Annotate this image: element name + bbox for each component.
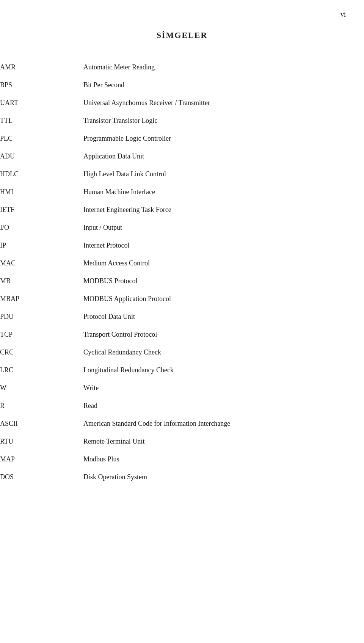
list-item: UARTUniversal Asynchorous Receiver / Tra… — [0, 94, 364, 112]
acronym-definition: Disk Operation System — [83, 468, 364, 486]
acronym-abbreviation: DOS — [0, 468, 83, 486]
acronym-abbreviation: MBAP — [0, 290, 83, 308]
list-item: MBAPMODBUS Application Protocol — [0, 290, 364, 308]
acronym-abbreviation: TCP — [0, 326, 83, 343]
list-item: MAPModbus Plus — [0, 450, 364, 468]
list-item: I/OInput / Output — [0, 219, 364, 237]
list-item: HMIHuman Machine Interface — [0, 183, 364, 201]
acronym-definition: Bit Per Second — [83, 76, 364, 94]
acronym-definition: Human Machine Interface — [83, 183, 364, 201]
acronym-definition: Medium Access Control — [83, 254, 364, 272]
acronym-abbreviation: TTL — [0, 112, 83, 130]
list-item: WWrite — [0, 379, 364, 397]
acronym-abbreviation: HMI — [0, 183, 83, 201]
acronym-definition: Protocol Data Unit — [83, 308, 364, 326]
acronym-definition: Programmable Logic Controller — [83, 130, 364, 147]
acronym-abbreviation: RTU — [0, 433, 83, 450]
acronym-definition: Write — [83, 379, 364, 397]
acronym-definition: American Standard Code for Information I… — [83, 415, 364, 433]
acronym-abbreviation: IETF — [0, 201, 83, 219]
acronym-abbreviation: PDU — [0, 308, 83, 326]
acronym-abbreviation: ASCII — [0, 415, 83, 433]
acronym-definition: Transport Control Protocol — [83, 326, 364, 343]
list-item: TCPTransport Control Protocol — [0, 326, 364, 343]
list-item: IPInternet Protocol — [0, 237, 364, 254]
list-item: DOSDisk Operation System — [0, 468, 364, 486]
acronym-abbreviation: UART — [0, 94, 83, 112]
list-item: ASCIIAmerican Standard Code for Informat… — [0, 415, 364, 433]
list-item: TTLTransistor Transistor Logic — [0, 112, 364, 130]
acronym-abbreviation: ADU — [0, 147, 83, 165]
list-item: PLCProgrammable Logic Controller — [0, 130, 364, 147]
list-item: ADUApplication Data Unit — [0, 147, 364, 165]
acronym-table: AMRAutomatic Meter ReadingBPSBit Per Sec… — [0, 58, 364, 486]
acronym-abbreviation: AMR — [0, 58, 83, 76]
acronym-definition: Remote Terminal Unit — [83, 433, 364, 450]
acronym-abbreviation: MAC — [0, 254, 83, 272]
acronym-definition: Application Data Unit — [83, 147, 364, 165]
list-item: MBMODBUS Protocol — [0, 272, 364, 290]
list-item: AMRAutomatic Meter Reading — [0, 58, 364, 76]
acronym-abbreviation: R — [0, 397, 83, 415]
list-item: PDUProtocol Data Unit — [0, 308, 364, 326]
acronym-definition: Transistor Transistor Logic — [83, 112, 364, 130]
acronym-definition: Read — [83, 397, 364, 415]
list-item: MACMedium Access Control — [0, 254, 364, 272]
acronym-definition: Automatic Meter Reading — [83, 58, 364, 76]
acronym-abbreviation: BPS — [0, 76, 83, 94]
acronym-definition: Modbus Plus — [83, 450, 364, 468]
acronym-abbreviation: MAP — [0, 450, 83, 468]
page-number: vi — [340, 11, 346, 19]
acronym-abbreviation: HDLC — [0, 165, 83, 183]
list-item: LRCLongitudinal Redundancy Check — [0, 361, 364, 379]
list-item: HDLCHigh Level Data Link Control — [0, 165, 364, 183]
list-item: RRead — [0, 397, 364, 415]
acronym-abbreviation: PLC — [0, 130, 83, 147]
acronym-abbreviation: IP — [0, 237, 83, 254]
acronym-abbreviation: W — [0, 379, 83, 397]
acronym-definition: Internet Protocol — [83, 237, 364, 254]
acronym-abbreviation: CRC — [0, 343, 83, 361]
acronym-abbreviation: MB — [0, 272, 83, 290]
acronym-abbreviation: I/O — [0, 219, 83, 237]
acronym-definition: MODBUS Application Protocol — [83, 290, 364, 308]
acronym-definition: Internet Engineering Task Force — [83, 201, 364, 219]
acronym-definition: Longitudinal Redundancy Check — [83, 361, 364, 379]
acronym-definition: MODBUS Protocol — [83, 272, 364, 290]
acronym-definition: High Level Data Link Control — [83, 165, 364, 183]
list-item: BPSBit Per Second — [0, 76, 364, 94]
list-item: CRCCyclical Redundancy Check — [0, 343, 364, 361]
acronym-abbreviation: LRC — [0, 361, 83, 379]
list-item: RTURemote Terminal Unit — [0, 433, 364, 450]
page-title: SİMGELER — [0, 30, 364, 40]
acronym-definition: Cyclical Redundancy Check — [83, 343, 364, 361]
acronym-definition: Universal Asynchorous Receiver / Transmi… — [83, 94, 364, 112]
list-item: IETFInternet Engineering Task Force — [0, 201, 364, 219]
acronym-definition: Input / Output — [83, 219, 364, 237]
